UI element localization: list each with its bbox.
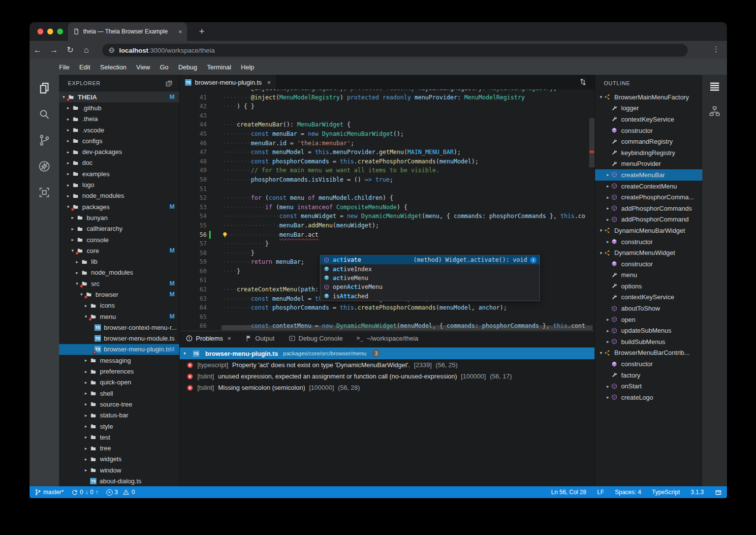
tree-twisty-icon[interactable]: ▾	[61, 94, 66, 99]
autocomplete-item[interactable]: activeIndex	[320, 264, 539, 273]
menubar-item-help[interactable]: Help	[236, 63, 259, 71]
outline-item[interactable]: ▾DynamicMenuWidget	[595, 247, 702, 258]
outline-twisty-icon[interactable]: ▸	[605, 395, 611, 400]
tree-twisty-icon[interactable]: ▸	[65, 160, 71, 165]
outline-item[interactable]: contextKeyService	[595, 114, 702, 125]
menubar-item-go[interactable]: Go	[155, 63, 173, 71]
autocomplete-item[interactable]: activate(method) Widget.activate(): void…	[320, 255, 539, 264]
tree-item[interactable]: ▸status-bar	[59, 410, 179, 421]
outline-item[interactable]: ▸addPhosphorCommand	[595, 214, 702, 225]
status-eol-indicator[interactable]: LF	[597, 489, 604, 496]
tree-item[interactable]: ▸doc	[59, 157, 179, 168]
info-icon[interactable]: i	[530, 257, 536, 263]
menubar-item-file[interactable]: File	[54, 63, 74, 71]
status-language-mode[interactable]: TypeScript	[652, 489, 680, 496]
tree-twisty-icon[interactable]: ▾	[74, 281, 80, 286]
tree-twisty-icon[interactable]: ▾	[65, 204, 71, 209]
outline-twisty-icon[interactable]: ▸	[605, 172, 611, 177]
tree-item[interactable]: ▸logo	[59, 179, 179, 190]
outline-item[interactable]: ▸createLogo	[595, 392, 702, 403]
tree-twisty-icon[interactable]: ▸	[65, 193, 71, 198]
forward-icon[interactable]: →	[46, 45, 62, 55]
autocomplete-item[interactable]: openActiveMenu	[320, 283, 539, 291]
tree-twisty-icon[interactable]: ▾	[83, 314, 89, 319]
browser-menu-icon[interactable]: ⋮	[712, 45, 720, 54]
menubar-item-selection[interactable]: Selection	[95, 63, 131, 71]
outline-item[interactable]: options	[595, 281, 702, 292]
tree-item[interactable]: ▸console	[59, 234, 179, 245]
autocomplete-item[interactable]: isAttached	[320, 292, 539, 301]
tree-item[interactable]: ▾browserM	[59, 289, 179, 300]
problem-item[interactable]: [typescript]Property 'act' does not exis…	[180, 359, 595, 371]
outline-item[interactable]: menu	[595, 270, 702, 281]
tree-item[interactable]: ▸icons	[59, 300, 179, 311]
tree-twisty-icon[interactable]: ▸	[83, 446, 89, 451]
status-typescript-version[interactable]: 3.1.3	[691, 489, 704, 496]
tree-twisty-icon[interactable]: ▸	[83, 303, 89, 308]
tree-twisty-icon[interactable]: ▸	[74, 259, 80, 264]
feedback-window-icon[interactable]	[715, 489, 722, 496]
tree-item[interactable]: ▸lib	[59, 256, 179, 267]
outline-item[interactable]: menuProvider	[595, 158, 702, 170]
tree-twisty-icon[interactable]: ▸	[70, 237, 75, 242]
tree-twisty-icon[interactable]: ▾	[70, 248, 75, 253]
tree-item[interactable]: ▸window	[59, 465, 179, 475]
tree-twisty-icon[interactable]: ▸	[65, 117, 71, 122]
activity-git-button[interactable]	[38, 134, 51, 147]
outline-item[interactable]: contextKeyService	[595, 292, 702, 303]
tree-item[interactable]: TSbrowser-menu-module.ts	[59, 333, 179, 344]
tree-item[interactable]: ▸node_modules	[59, 190, 179, 201]
tree-twisty-icon[interactable]: ▸	[83, 369, 89, 374]
activity-search-button[interactable]	[38, 108, 51, 121]
outline-item[interactable]: ▾BrowserMenuBarContrib...	[595, 347, 702, 359]
outline-item[interactable]: factory	[595, 370, 702, 381]
outline-twisty-icon[interactable]: ▸	[605, 328, 611, 333]
tree-item[interactable]: ▸shell	[59, 388, 179, 399]
tree-twisty-icon[interactable]: ▸	[70, 215, 75, 220]
outline-item[interactable]: aboutToShow	[595, 303, 702, 314]
outline-item[interactable]: commandRegistry	[595, 136, 702, 147]
outline-item[interactable]: ▾BrowserMainMenuFactory	[595, 92, 702, 103]
outline-item[interactable]: ▸createPhosphorComma...	[595, 191, 702, 203]
outline-item[interactable]: constructor	[595, 125, 702, 136]
status-problems[interactable]: ×30	[106, 489, 135, 496]
tree-item[interactable]: ▸.github	[59, 102, 179, 113]
outline-item[interactable]: ▸createContextMenu	[595, 181, 702, 192]
outline-item[interactable]: constructor	[595, 358, 702, 370]
outline-twisty-icon[interactable]: ▸	[605, 217, 611, 222]
panel-tab-problems[interactable]: Problems×	[186, 335, 231, 342]
tree-item[interactable]: ▸preferences	[59, 366, 179, 377]
tree-twisty-icon[interactable]: ▸	[83, 358, 89, 363]
outline-item[interactable]: ▸createMenuBar	[595, 169, 702, 181]
outline-item[interactable]: ▸open	[595, 314, 702, 325]
tree-item[interactable]: ▸quick-open	[59, 377, 179, 388]
tree-item[interactable]: ▾menuM	[59, 311, 179, 322]
tree-twisty-icon[interactable]: ▸	[65, 183, 71, 188]
tree-twisty-icon[interactable]: ▸	[65, 105, 71, 110]
outline-item[interactable]: ▸onStart	[595, 380, 702, 392]
browser-tab[interactable]: theia — Theia Browser Example ×	[68, 22, 187, 41]
tree-twisty-icon[interactable]: ▸	[65, 171, 71, 176]
problem-item[interactable]: [tslint]Missing semicolon (semicolon)[10…	[180, 382, 595, 393]
outline-item[interactable]: ▸buildSubMenus	[595, 336, 702, 347]
problems-twisty-icon[interactable]: ▾	[184, 351, 189, 356]
tree-twisty-icon[interactable]: ▸	[74, 270, 80, 275]
outline-twisty-icon[interactable]: ▸	[605, 206, 611, 211]
tree-item[interactable]: ▸examples	[59, 168, 179, 179]
tree-item[interactable]: ▸configs	[59, 135, 179, 146]
tree-item[interactable]: TSbrowser-menu-plugin.tsM	[59, 344, 179, 355]
collapse-all-icon[interactable]	[165, 79, 173, 88]
tree-twisty-icon[interactable]: ▸	[70, 226, 75, 231]
tab-close-icon[interactable]: ×	[178, 28, 182, 35]
outline-item[interactable]: ▾DynamicMenuBarWidget	[595, 225, 702, 236]
outline-twisty-icon[interactable]: ▾	[598, 94, 604, 99]
outline-item[interactable]: constructor	[595, 258, 702, 270]
maximize-window-button[interactable]	[57, 29, 63, 34]
minimize-window-button[interactable]	[47, 29, 53, 34]
code-editor[interactable]: ········@inject(KeybindingRegistry) prot…	[180, 90, 595, 331]
tree-twisty-icon[interactable]: ▸	[83, 435, 89, 440]
activity-debug-button[interactable]	[38, 160, 51, 173]
outline-twisty-icon[interactable]: ▸	[605, 317, 611, 322]
tree-item[interactable]: TSbrowser-context-menu-r...	[59, 322, 179, 333]
reload-icon[interactable]: ↻	[62, 45, 78, 55]
